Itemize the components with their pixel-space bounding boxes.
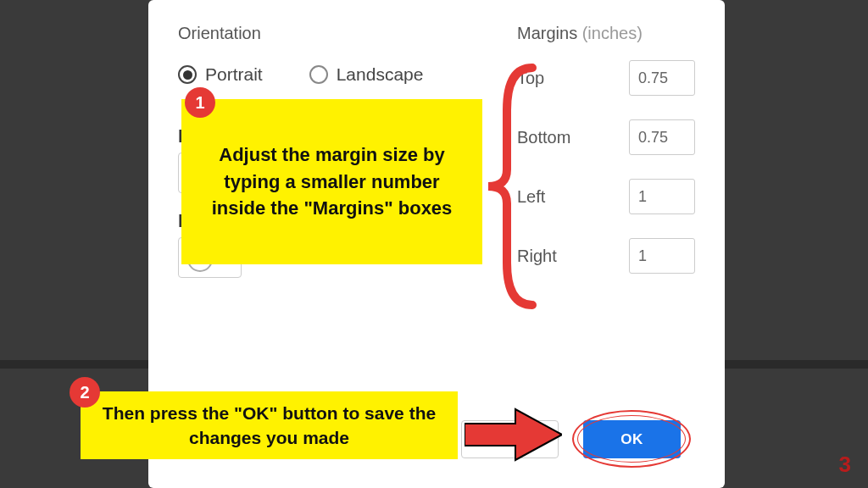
callout-1-text: Adjust the margin size by typing a small…	[195, 141, 469, 223]
margin-bottom-input[interactable]	[629, 119, 695, 155]
margin-top-input[interactable]	[629, 60, 695, 96]
landscape-label: Landscape	[337, 64, 424, 85]
radio-portrait[interactable]: Portrait	[178, 64, 263, 85]
margins-unit: (inches)	[582, 24, 643, 42]
margins-title: Margins	[517, 24, 577, 42]
svg-marker-0	[465, 409, 562, 460]
step-badge-2: 2	[70, 377, 100, 408]
radio-circle-icon	[309, 65, 328, 84]
annotation-callout-2: Then press the "OK" button to save the c…	[81, 391, 458, 459]
arrow-right-icon	[465, 405, 562, 464]
portrait-label: Portrait	[205, 64, 263, 85]
margins-section: Margins (inches) Top Bottom Left Right	[517, 24, 695, 297]
radio-landscape[interactable]: Landscape	[309, 64, 424, 85]
ok-button[interactable]: OK	[583, 420, 681, 458]
margin-right-input[interactable]	[629, 238, 695, 274]
step-badge-1: 1	[185, 87, 215, 118]
margin-row-top: Top	[517, 60, 695, 96]
radio-dot-icon	[178, 65, 197, 84]
orientation-section: Orientation Portrait Landscape	[178, 24, 423, 85]
orientation-header: Orientation	[178, 24, 423, 43]
margin-row-bottom: Bottom	[517, 119, 695, 155]
page-number: 3	[839, 452, 851, 478]
margin-row-right: Right	[517, 238, 695, 274]
callout-2-text: Then press the "OK" button to save the c…	[96, 401, 442, 451]
margin-row-left: Left	[517, 179, 695, 214]
orientation-options: Portrait Landscape	[178, 64, 423, 85]
brace-icon	[481, 59, 541, 313]
margins-header: Margins (inches)	[517, 24, 695, 43]
margin-left-input[interactable]	[629, 179, 695, 214]
annotation-callout-1: Adjust the margin size by typing a small…	[181, 99, 482, 264]
